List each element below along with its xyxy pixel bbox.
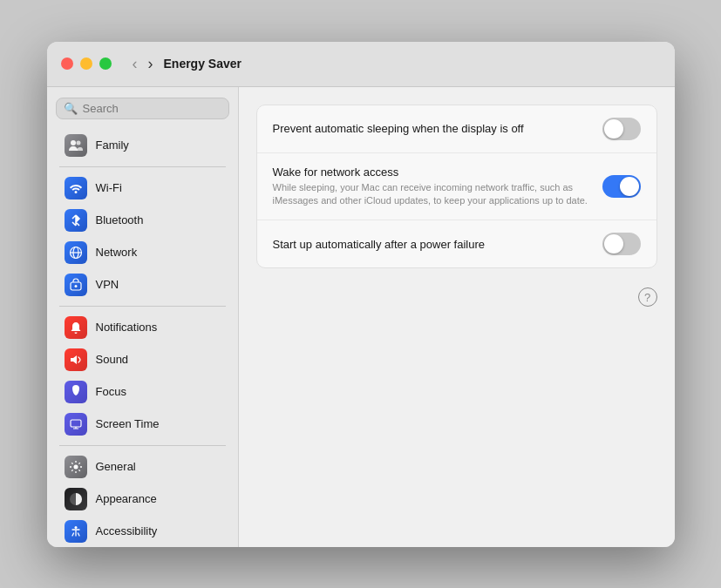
sidebar: 🔍 Family — [47, 87, 239, 547]
sidebar-item-vpn[interactable]: VPN — [52, 269, 233, 301]
sidebar-item-notifications[interactable]: Notifications — [52, 312, 233, 343]
prevent-sleep-toggle[interactable] — [602, 118, 641, 140]
bluetooth-icon — [65, 209, 87, 232]
sidebar-item-focus[interactable]: Focus — [52, 376, 233, 408]
sidebar-item-label: General — [96, 460, 136, 473]
sidebar-divider-2 — [59, 306, 226, 307]
sidebar-item-general[interactable]: General — [52, 451, 233, 483]
app-window: ‹ › Energy Saver 🔍 — [47, 42, 675, 547]
maximize-button[interactable] — [99, 57, 112, 70]
wake-network-toggle[interactable] — [602, 175, 641, 198]
sidebar-item-family[interactable]: Family — [52, 130, 233, 161]
sidebar-divider-3 — [59, 445, 226, 446]
sidebar-item-label: Focus — [96, 385, 126, 398]
main-content: Prevent automatic sleeping when the disp… — [239, 87, 675, 547]
sidebar-item-label: Network — [96, 246, 138, 259]
network-icon — [65, 241, 87, 264]
nav-buttons: ‹ › — [129, 54, 157, 73]
sidebar-item-label: VPN — [96, 278, 119, 291]
sidebar-item-screentime[interactable]: Screen Time — [52, 409, 233, 440]
toggle-thumb — [620, 177, 639, 196]
sidebar-group-system: Notifications Sound — [47, 312, 238, 440]
titlebar: ‹ › Energy Saver — [47, 42, 675, 87]
sidebar-item-wifi[interactable]: Wi-Fi — [52, 172, 233, 204]
toggle-thumb — [604, 119, 623, 139]
sidebar-item-sound[interactable]: Sound — [52, 344, 233, 375]
sidebar-item-label: Family — [96, 139, 129, 152]
sidebar-item-label: Appearance — [96, 492, 157, 505]
back-button[interactable]: ‹ — [129, 54, 141, 73]
sidebar-item-network[interactable]: Network — [52, 237, 233, 268]
settings-card: Prevent automatic sleeping when the disp… — [256, 105, 657, 269]
sidebar-group-network: Wi-Fi Bluetooth — [47, 172, 238, 301]
sidebar-item-label: Screen Time — [96, 417, 160, 430]
forward-button[interactable]: › — [145, 54, 157, 73]
sidebar-divider-1 — [59, 166, 226, 167]
minimize-button[interactable] — [80, 57, 92, 70]
sound-icon — [65, 348, 87, 371]
settings-row-content: Start up automatically after a power fai… — [273, 238, 602, 251]
settings-row-content: Wake for network access While sleeping, … — [273, 166, 602, 208]
svg-rect-7 — [71, 420, 81, 427]
sidebar-item-label: Bluetooth — [96, 213, 144, 226]
wake-network-title: Wake for network access — [273, 166, 602, 179]
startup-power-toggle[interactable] — [602, 233, 641, 255]
close-button[interactable] — [61, 57, 73, 70]
focus-icon — [65, 381, 87, 403]
wake-network-subtitle: While sleeping, your Mac can receive inc… — [273, 181, 602, 208]
search-icon: 🔍 — [64, 102, 78, 115]
help-button[interactable]: ? — [638, 287, 657, 307]
settings-row-prevent-sleep: Prevent automatic sleeping when the disp… — [257, 105, 656, 153]
svg-point-1 — [76, 140, 80, 145]
sidebar-item-accessibility[interactable]: Accessibility — [52, 516, 233, 547]
appearance-icon — [65, 488, 87, 510]
settings-row-content: Prevent automatic sleeping when the disp… — [273, 122, 602, 135]
sidebar-item-label: Sound — [96, 353, 129, 366]
toggle-thumb — [604, 234, 623, 253]
sidebar-item-label: Accessibility — [96, 524, 158, 537]
prevent-sleep-title: Prevent automatic sleeping when the disp… — [273, 122, 602, 135]
sidebar-group-preferences: General Appearance — [47, 451, 238, 547]
svg-point-0 — [71, 140, 76, 145]
sidebar-group-accounts: Family — [47, 130, 238, 161]
window-title: Energy Saver — [164, 57, 242, 71]
screentime-icon — [65, 413, 87, 436]
wifi-icon — [65, 177, 87, 199]
traffic-lights — [61, 57, 112, 70]
svg-point-8 — [73, 464, 78, 469]
sidebar-item-appearance[interactable]: Appearance — [52, 483, 233, 515]
svg-point-6 — [74, 285, 77, 287]
notifications-icon — [65, 316, 87, 339]
content-area: 🔍 Family — [47, 87, 675, 547]
family-icon — [65, 134, 87, 157]
vpn-icon — [65, 274, 87, 296]
general-icon — [65, 456, 87, 478]
search-box[interactable]: 🔍 — [56, 98, 229, 119]
startup-power-title: Start up automatically after a power fai… — [273, 238, 602, 251]
sidebar-item-bluetooth[interactable]: Bluetooth — [52, 205, 233, 236]
accessibility-icon — [65, 520, 87, 543]
sidebar-item-label: Notifications — [96, 321, 158, 334]
settings-row-startup-power: Start up automatically after a power fai… — [257, 220, 656, 267]
svg-point-10 — [74, 526, 77, 529]
settings-row-wake-network: Wake for network access While sleeping, … — [257, 153, 656, 221]
sidebar-item-label: Wi-Fi — [96, 181, 122, 194]
search-input[interactable] — [83, 102, 221, 115]
